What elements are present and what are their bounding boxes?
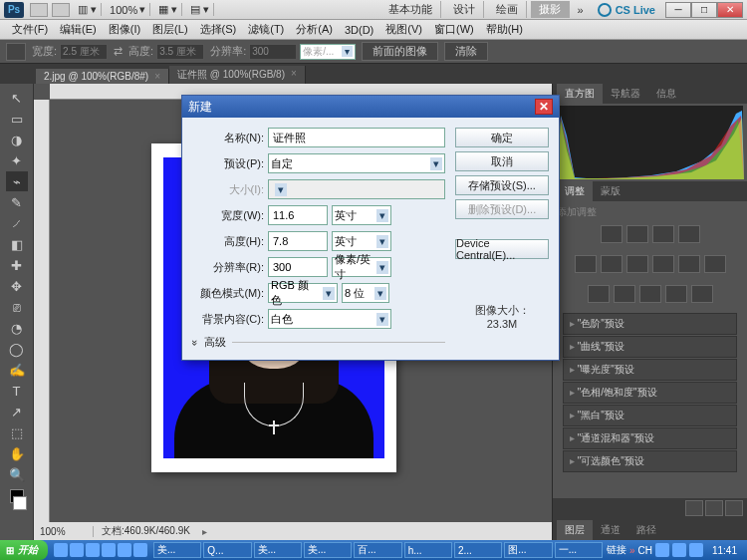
rectangle-tool[interactable]: ⬚	[6, 422, 28, 442]
preset-exposure[interactable]: "曝光度"预设	[563, 359, 737, 381]
healing-tool[interactable]: ⟋	[6, 213, 28, 233]
document-tab-2[interactable]: 证件照 @ 100%(RGB/8)×	[169, 66, 306, 84]
dodge-tool[interactable]: ✍	[6, 360, 28, 380]
menu-help[interactable]: 帮助(H)	[480, 20, 529, 39]
view-extras-dropdown[interactable]: ▦ ▾	[154, 3, 182, 16]
task-button[interactable]: Q...	[203, 542, 251, 558]
height-unit-select[interactable]: 英寸	[332, 231, 391, 251]
eyedropper-tool[interactable]: ✎	[6, 192, 28, 212]
start-button[interactable]: 开始	[0, 540, 48, 560]
opt-res-unit-select[interactable]: 像素/...	[300, 44, 356, 60]
quicklaunch-icon[interactable]	[54, 543, 68, 557]
task-button[interactable]: 图...	[504, 542, 552, 558]
quicklaunch-icon[interactable]	[133, 543, 147, 557]
bg-content-select[interactable]: 白色	[268, 309, 391, 329]
gradient-tool[interactable]: ◔	[6, 318, 28, 338]
marquee-tool[interactable]: ▭	[6, 109, 28, 129]
close-tab-icon[interactable]: ×	[291, 68, 297, 82]
task-button[interactable]: 一...	[555, 542, 603, 558]
preset-mixer[interactable]: "通道混和器"预设	[563, 427, 737, 449]
dialog-titlebar[interactable]: 新建 ✕	[182, 96, 559, 118]
advanced-toggle[interactable]: 高级	[192, 335, 445, 350]
arrange-docs-dropdown[interactable]: ▤ ▾	[186, 3, 214, 16]
preset-hue[interactable]: "色相/饱和度"预设	[563, 382, 737, 404]
close-button[interactable]: ✕	[717, 2, 743, 18]
color-mode-select[interactable]: RGB 颜色	[268, 283, 338, 303]
front-image-button[interactable]: 前面的图像	[362, 42, 438, 61]
resolution-unit-select[interactable]: 像素/英寸	[332, 257, 391, 277]
wand-tool[interactable]: ✦	[6, 150, 28, 170]
task-button[interactable]: 2...	[454, 542, 502, 558]
adj-exposure-icon[interactable]	[678, 225, 700, 243]
zoom-field[interactable]: 100%	[34, 526, 94, 537]
menu-image[interactable]: 图像(I)	[103, 20, 146, 39]
panel-tab-paths[interactable]: 路径	[628, 520, 664, 540]
panel-tab-adjustments[interactable]: 调整	[557, 181, 593, 201]
task-button[interactable]: 美...	[153, 542, 201, 558]
adj-posterize-icon[interactable]	[614, 285, 635, 303]
document-info[interactable]: 文档:460.9K/460.9K	[94, 524, 198, 538]
adj-selective-icon[interactable]	[691, 285, 713, 303]
panel-tab-info[interactable]: 信息	[648, 84, 684, 104]
clock[interactable]: 11:41	[706, 545, 743, 556]
adj-invert-icon[interactable]	[588, 285, 610, 303]
panel-tab-histogram[interactable]: 直方图	[557, 84, 603, 104]
adj-footer-icon[interactable]	[685, 500, 703, 516]
task-button[interactable]: 美...	[254, 542, 302, 558]
task-button[interactable]: 美...	[304, 542, 352, 558]
adj-brightness-icon[interactable]	[601, 225, 622, 243]
tray-icon[interactable]	[689, 543, 703, 557]
move-tool[interactable]: ↖	[6, 88, 28, 108]
zoom-level-dropdown[interactable]: 100% ▾	[106, 3, 150, 16]
name-input[interactable]	[268, 128, 445, 147]
blur-tool[interactable]: ◯	[6, 339, 28, 359]
path-select-tool[interactable]: ↗	[6, 402, 28, 421]
crop-tool-preset-icon[interactable]	[6, 43, 26, 61]
panel-tab-layers[interactable]: 图层	[557, 520, 593, 540]
device-central-button[interactable]: Device Central(E)...	[455, 239, 549, 259]
preset-selective[interactable]: "可选颜色"预设	[563, 450, 737, 472]
language-indicator[interactable]: CH	[638, 545, 652, 556]
task-button[interactable]: 百...	[354, 542, 401, 558]
width-input[interactable]	[268, 205, 328, 225]
brush-tool[interactable]: ◧	[6, 234, 28, 254]
panel-tab-navigator[interactable]: 导航器	[603, 84, 648, 104]
ok-button[interactable]: 确定	[455, 128, 549, 147]
launch-bridge-icon[interactable]	[30, 3, 48, 17]
adj-footer-icon[interactable]	[705, 500, 723, 516]
workspace-tab-painting[interactable]: 绘画	[488, 1, 527, 18]
hand-tool[interactable]: ✋	[6, 443, 28, 463]
menu-filter[interactable]: 滤镜(T)	[242, 20, 290, 39]
menu-analysis[interactable]: 分析(A)	[290, 20, 339, 39]
adj-bw-icon[interactable]	[652, 255, 674, 273]
docinfo-chevron-icon[interactable]: ▸	[202, 526, 207, 537]
menu-3d[interactable]: 3D(D)	[339, 22, 379, 38]
quicklaunch-icon[interactable]	[118, 543, 131, 557]
screen-mode-dropdown[interactable]: ▥ ▾	[74, 3, 102, 16]
adj-mixer-icon[interactable]	[704, 255, 726, 273]
preset-select[interactable]: 自定	[268, 153, 445, 173]
document-tab-1[interactable]: 2.jpg @ 100%(RGB/8#)×	[36, 69, 169, 84]
menu-select[interactable]: 选择(S)	[194, 20, 243, 39]
crop-tool[interactable]: ⌁	[6, 171, 28, 191]
dialog-close-button[interactable]: ✕	[535, 99, 553, 115]
menu-edit[interactable]: 编辑(E)	[54, 20, 103, 39]
lasso-tool[interactable]: ◑	[6, 130, 28, 149]
panel-tab-channels[interactable]: 通道	[593, 520, 628, 540]
tray-icon[interactable]	[655, 543, 669, 557]
menu-layer[interactable]: 图层(L)	[146, 20, 193, 39]
swap-wh-icon[interactable]: ⇄	[114, 45, 123, 58]
ruler-vertical[interactable]	[34, 100, 50, 540]
maximize-button[interactable]: □	[691, 2, 717, 18]
cancel-button[interactable]: 取消	[455, 151, 549, 171]
adj-balance-icon[interactable]	[626, 255, 648, 273]
preset-levels[interactable]: "色阶"预设	[563, 313, 737, 335]
background-swatch[interactable]	[13, 496, 27, 510]
quicklaunch-icon[interactable]	[70, 543, 84, 557]
preset-curves[interactable]: "曲线"预设	[563, 336, 737, 358]
eraser-tool[interactable]: ⎚	[6, 297, 28, 317]
opt-height-input[interactable]	[156, 44, 204, 60]
panel-tab-masks[interactable]: 蒙版	[593, 181, 628, 201]
stamp-tool[interactable]: ✚	[6, 255, 28, 275]
close-tab-icon[interactable]: ×	[154, 71, 160, 82]
